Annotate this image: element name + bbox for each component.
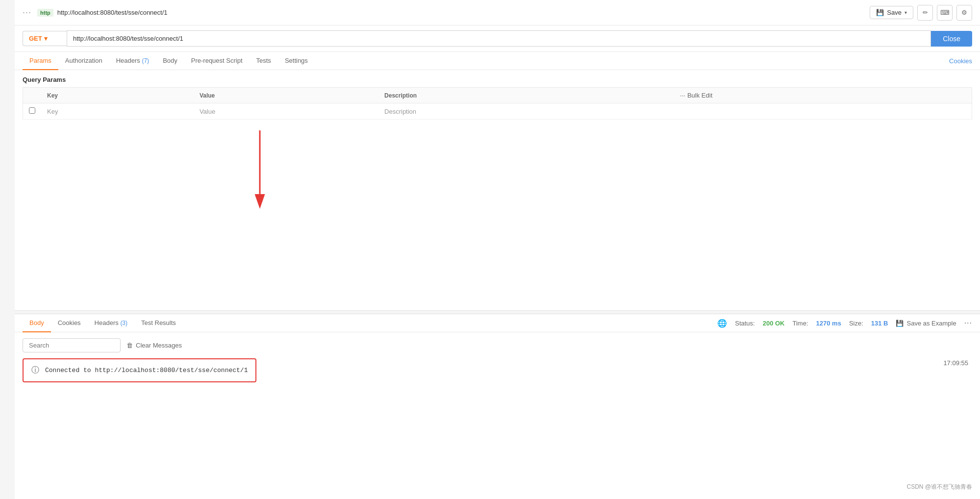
headers-badge: (7) <box>142 57 149 64</box>
response-tabs: Body Cookies Headers (3) Test Results 🌐 … <box>15 314 980 332</box>
protocol-badge: http <box>37 9 53 17</box>
description-col-header: Description <box>378 88 674 103</box>
top-bar-actions: 💾 Save ▾ ✏ ⌨ ⚙ <box>870 5 972 21</box>
red-arrow-annotation <box>240 130 279 209</box>
more-options-button[interactable]: ··· <box>964 319 972 327</box>
method-chevron: ▾ <box>44 35 48 42</box>
sse-message: ⓘ Connected to http://localhost:8080/tes… <box>23 358 256 382</box>
key-col-header: Key <box>41 88 194 103</box>
top-bar-url: http://localhost:8080/test/sse/connect/1 <box>57 9 870 16</box>
checkbox-col-header <box>23 88 42 103</box>
value-cell[interactable]: Value <box>194 103 378 120</box>
response-tab-body[interactable]: Body <box>23 314 51 332</box>
time-value: 1270 ms <box>816 320 841 327</box>
method-label: GET <box>29 35 42 42</box>
info-icon: ⓘ <box>31 365 39 375</box>
code-icon: ⌨ <box>940 9 950 16</box>
status-label: Status: <box>735 320 754 327</box>
watermark: CSDN @谁不想飞驰青春 <box>906 483 972 491</box>
edit-icon: ✏ <box>923 9 928 16</box>
bulk-edit-col-header: ··· Bulk Edit <box>674 88 972 103</box>
value-col-header: Value <box>194 88 378 103</box>
url-input[interactable] <box>67 30 931 47</box>
response-tab-cookies[interactable]: Cookies <box>51 314 88 332</box>
section-divider <box>15 310 980 314</box>
response-toolbar: 🗑 Clear Messages <box>23 338 972 352</box>
table-row: Key Value Description <box>23 103 972 120</box>
key-cell[interactable]: Key <box>41 103 194 120</box>
response-headers-badge: (3) <box>120 320 127 326</box>
request-tabs: Params Authorization Headers (7) Body Pr… <box>15 52 980 70</box>
response-tab-test-results[interactable]: Test Results <box>134 314 183 332</box>
row-checkbox[interactable] <box>23 103 42 120</box>
search-input[interactable] <box>23 338 121 352</box>
clear-messages-button[interactable]: 🗑 Clear Messages <box>126 342 182 349</box>
param-checkbox[interactable] <box>29 107 35 114</box>
tab-body[interactable]: Body <box>156 52 184 70</box>
code-button[interactable]: ⌨ <box>937 5 953 21</box>
params-section: Query Params Key Value Description ··· B… <box>15 70 980 125</box>
tab-headers[interactable]: Headers (7) <box>109 52 156 70</box>
cookies-link[interactable]: Cookies <box>949 52 972 70</box>
save-example-icon: 💾 <box>896 320 904 327</box>
save-chevron: ▾ <box>905 10 907 15</box>
globe-icon: 🌐 <box>717 319 727 328</box>
message-text: Connected to http://localhost:8080/test/… <box>45 367 248 374</box>
tab-settings[interactable]: Settings <box>278 52 315 70</box>
query-params-title: Query Params <box>23 76 972 83</box>
tab-params[interactable]: Params <box>23 52 58 70</box>
more-icon: ··· <box>680 92 685 99</box>
edit-button[interactable]: ✏ <box>917 5 933 21</box>
save-button[interactable]: 💾 Save ▾ <box>870 6 913 19</box>
message-container: ⓘ Connected to http://localhost:8080/tes… <box>23 358 972 382</box>
top-bar: ··· http http://localhost:8080/test/sse/… <box>15 0 980 25</box>
annotation-area <box>15 125 980 310</box>
size-value: 131 B <box>871 320 888 327</box>
request-bar: GET ▾ Close <box>15 25 980 52</box>
close-button[interactable]: Close <box>931 31 972 47</box>
size-label: Size: <box>849 320 863 327</box>
trash-icon: 🗑 <box>126 342 133 349</box>
save-example-button[interactable]: 💾 Save as Example <box>896 320 956 327</box>
response-area: Body Cookies Headers (3) Test Results 🌐 … <box>15 314 980 499</box>
params-table: Key Value Description ··· Bulk Edit Key … <box>23 87 972 120</box>
menu-dots[interactable]: ··· <box>23 7 31 18</box>
method-selector[interactable]: GET ▾ <box>23 31 67 46</box>
tab-authorization[interactable]: Authorization <box>58 52 109 70</box>
time-label: Time: <box>793 320 808 327</box>
message-time: 17:09:55 <box>943 359 972 367</box>
gear-icon: ⚙ <box>961 9 967 16</box>
response-tab-headers[interactable]: Headers (3) <box>88 314 134 332</box>
save-label: Save <box>887 9 902 16</box>
row-actions <box>674 103 972 120</box>
response-body: 🗑 Clear Messages ⓘ Connected to http://l… <box>15 332 980 499</box>
tab-pre-request-script[interactable]: Pre-request Script <box>184 52 250 70</box>
description-cell[interactable]: Description <box>378 103 674 120</box>
settings-button[interactable]: ⚙ <box>956 5 972 21</box>
status-value: 200 OK <box>763 320 785 327</box>
save-icon: 💾 <box>876 9 884 16</box>
response-status-area: 🌐 Status: 200 OK Time: 1270 ms Size: 131… <box>717 319 972 328</box>
bulk-edit-button[interactable]: ··· Bulk Edit <box>680 92 712 99</box>
tab-tests[interactable]: Tests <box>250 52 278 70</box>
